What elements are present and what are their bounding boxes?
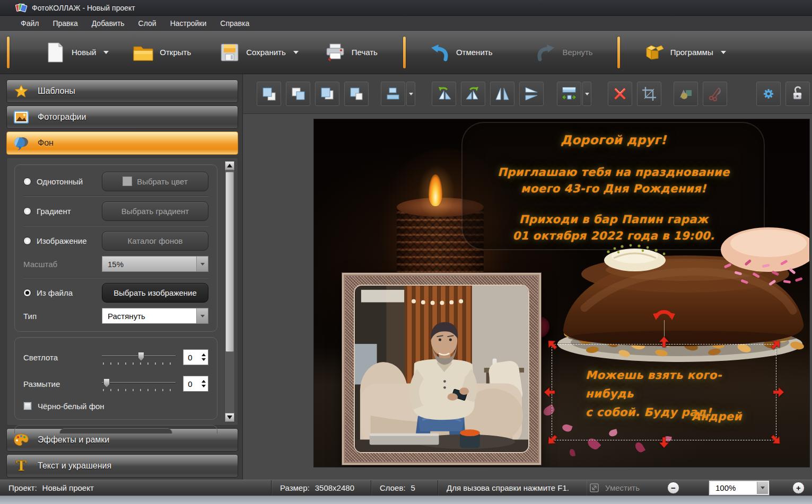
divider (23, 225, 208, 226)
redo-button[interactable]: Вернуть (528, 41, 599, 64)
menu-add[interactable]: Добавить (85, 17, 132, 30)
blur-slider[interactable] (102, 376, 176, 392)
programs-dropdown-caret[interactable] (721, 51, 726, 54)
toolbar-separator (617, 37, 620, 68)
choose-gradient-button[interactable]: Выбрать градиент (102, 201, 208, 221)
undo-button[interactable]: Отменить (422, 41, 499, 64)
fit-button[interactable]: Уместить (590, 483, 640, 492)
lightness-label: Светлота (23, 353, 102, 362)
send-to-back-button[interactable] (344, 82, 369, 106)
move-forward-button[interactable] (286, 82, 310, 106)
choose-color-button[interactable]: Выбрать цвет (102, 172, 208, 191)
solid-color-radio[interactable]: Однотонный (23, 177, 102, 186)
photo-frame-layer[interactable] (342, 273, 541, 465)
align-dropdown-caret[interactable] (406, 82, 415, 106)
menu-settings[interactable]: Настройки (163, 17, 214, 30)
blur-spinner[interactable]: 0 (183, 376, 208, 392)
menu-file[interactable]: Файл (14, 17, 46, 30)
gradient-radio[interactable]: Градиент (23, 207, 102, 216)
title-bar: ФотоКОЛЛАЖ - Новый проект (0, 0, 812, 16)
rotate-right-button[interactable] (461, 82, 485, 106)
save-button[interactable]: Сохранить (212, 41, 292, 64)
panel-scrollbar[interactable] (224, 161, 235, 422)
new-dropdown-caret[interactable] (103, 51, 109, 54)
zoom-in-button[interactable]: + (792, 482, 805, 494)
resize-handle-top[interactable] (658, 335, 670, 348)
text-icon: T (13, 458, 29, 474)
scale-select[interactable]: 15% (102, 256, 208, 272)
lightness-slider[interactable] (102, 349, 176, 365)
print-icon (324, 41, 346, 64)
window-bottom-strip (0, 496, 812, 504)
from-file-radio[interactable]: Из файла (23, 288, 102, 297)
background-catalog-button[interactable]: Каталог фонов (102, 231, 208, 251)
programs-button[interactable]: Программы (636, 41, 720, 64)
delete-button[interactable] (608, 82, 632, 106)
redo-arrow-icon (535, 41, 557, 64)
scroll-down-icon[interactable] (225, 413, 234, 422)
flip-horizontal-button[interactable] (490, 82, 514, 106)
sidebar-section-text[interactable]: T Текст и украшения (6, 454, 238, 478)
app-logo-icon (16, 3, 27, 13)
resize-handle-bottom[interactable] (658, 436, 670, 449)
slider-thumb[interactable] (103, 378, 110, 387)
radio-icon (23, 207, 31, 215)
cut-contour-button[interactable] (703, 82, 727, 106)
flip-vertical-button[interactable] (519, 82, 544, 106)
menu-layer[interactable]: Слой (132, 17, 163, 30)
programs-box-icon (643, 41, 665, 64)
open-button[interactable]: Открыть (126, 41, 197, 64)
new-button[interactable]: Новый (38, 41, 102, 64)
rotate-handle-icon[interactable] (652, 307, 676, 321)
sidebar-section-label: Текст и украшения (38, 461, 111, 471)
choose-image-button[interactable]: Выбрать изображение (102, 283, 208, 303)
photos-icon (13, 109, 29, 125)
scrollbar-thumb[interactable] (225, 172, 234, 352)
lock-button[interactable] (785, 82, 810, 106)
bw-background-checkbox[interactable] (23, 402, 32, 410)
sidebar-section-label: Фон (38, 138, 54, 148)
resize-handle-right[interactable] (772, 386, 785, 399)
new-document-icon (44, 41, 66, 64)
align-button[interactable] (381, 82, 405, 106)
menu-edit[interactable]: Правка (46, 17, 84, 30)
palette-icon (13, 432, 29, 448)
background-adjust-group: Светлота 0 Размытие (14, 337, 217, 420)
sidebar-section-background[interactable]: Фон (6, 131, 238, 155)
divider (23, 277, 208, 278)
zoom-select[interactable]: 100% (709, 481, 769, 495)
scroll-up-icon[interactable] (225, 161, 234, 170)
sidebar-section-label: Фотографии (38, 112, 86, 122)
slider-thumb[interactable] (138, 352, 144, 361)
background-panel: Однотонный Выбрать цвет Градиент (6, 157, 238, 426)
chevron-down-icon (757, 482, 768, 494)
spinner-arrows[interactable] (199, 376, 208, 391)
sidebar-section-photos[interactable]: Фотографии (6, 105, 238, 129)
type-select[interactable]: Растянуть (102, 308, 208, 324)
collage-canvas[interactable]: Дорогой друг! Приглашаю тебя на празднов… (314, 119, 809, 467)
move-backward-button[interactable] (315, 82, 339, 106)
resize-handle-left[interactable] (543, 386, 556, 399)
resize-dropdown-caret[interactable] (582, 82, 591, 106)
mask-shape-button[interactable] (674, 82, 698, 106)
zoom-out-button[interactable]: − (667, 482, 679, 494)
image-radio[interactable]: Изображение (23, 236, 102, 245)
spinner-arrows[interactable] (199, 350, 208, 365)
radio-icon (23, 289, 31, 297)
print-button[interactable]: Печать (318, 41, 384, 64)
signature-text[interactable]: Андрей (692, 410, 742, 423)
app-window: ФотоКОЛЛАЖ - Новый проект Файл Правка До… (0, 0, 812, 504)
status-project: Проект: Новый проект (0, 480, 272, 496)
background-source-group: Однотонный Выбрать цвет Градиент (14, 164, 217, 332)
sidebar-section-label: Шаблоны (38, 86, 75, 96)
sidebar-section-templates[interactable]: Шаблоны (6, 79, 238, 103)
crop-button[interactable] (637, 82, 661, 106)
lightness-spinner[interactable]: 0 (183, 349, 208, 365)
bring-to-front-button[interactable] (257, 82, 281, 106)
menu-help[interactable]: Справка (213, 17, 256, 30)
settings-button[interactable] (756, 82, 781, 106)
canvas-toolbar (243, 74, 812, 114)
rotate-left-button[interactable] (432, 82, 456, 106)
resize-button[interactable] (557, 82, 581, 106)
save-dropdown-caret[interactable] (293, 51, 299, 54)
